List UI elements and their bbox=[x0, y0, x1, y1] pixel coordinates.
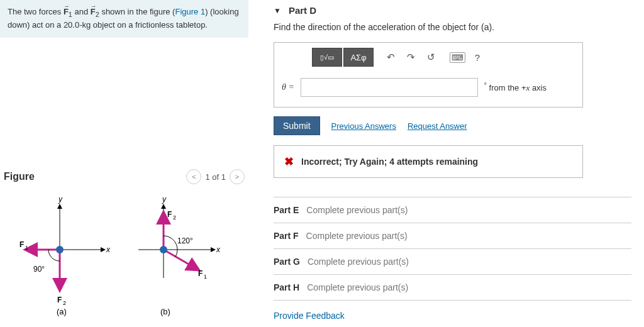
svg-text:F: F bbox=[19, 240, 24, 249]
svg-text:2: 2 bbox=[63, 300, 66, 306]
answer-units: ° from the +x axis bbox=[484, 82, 547, 93]
problem-statement: The two forces F1 and F2 shown in the fi… bbox=[0, 0, 248, 38]
incorrect-icon: ✖ bbox=[284, 155, 294, 169]
svg-text:90°: 90° bbox=[33, 265, 45, 274]
part-e-row[interactable]: Part E Complete previous part(s) bbox=[274, 197, 631, 223]
svg-text:F: F bbox=[57, 296, 62, 304]
svg-text:(a): (a) bbox=[57, 307, 67, 316]
templates-button[interactable]: ▯√▭ bbox=[312, 48, 342, 67]
part-d-title: Part D bbox=[289, 5, 316, 16]
figure-prev-button[interactable]: < bbox=[186, 169, 201, 184]
reset-button[interactable]: ↺ bbox=[421, 48, 440, 67]
svg-text:y: y bbox=[162, 195, 167, 204]
vector-f1: F bbox=[64, 6, 69, 18]
svg-point-11 bbox=[56, 246, 64, 253]
svg-text:x: x bbox=[106, 245, 111, 254]
submit-button[interactable]: Submit bbox=[274, 116, 320, 135]
figure-diagram: x y F 1 F 2 90° (a) x y bbox=[0, 187, 248, 321]
previous-answers-link[interactable]: Previous Answers bbox=[331, 121, 396, 131]
answer-input[interactable] bbox=[301, 78, 478, 97]
svg-text:1: 1 bbox=[204, 274, 207, 280]
vector-f2: F bbox=[91, 6, 96, 18]
svg-text:F: F bbox=[198, 269, 203, 278]
svg-text:1: 1 bbox=[25, 245, 28, 251]
svg-text:y: y bbox=[58, 195, 63, 204]
part-d-header[interactable]: ▼ Part D bbox=[274, 5, 631, 16]
svg-text:x: x bbox=[216, 245, 221, 254]
help-button[interactable]: ? bbox=[468, 48, 487, 67]
figure-next-button[interactable]: > bbox=[230, 169, 245, 184]
figure-pager: < 1 of 1 > bbox=[186, 169, 245, 184]
feedback-box: ✖ Incorrect; Try Again; 4 attempts remai… bbox=[274, 145, 583, 178]
figure-title: Figure bbox=[4, 171, 35, 182]
provide-feedback-link[interactable]: Provide Feedback bbox=[274, 311, 631, 321]
feedback-text: Incorrect; Try Again; 4 attempts remaini… bbox=[301, 157, 478, 167]
answer-box: ▯√▭ ΑΣφ ↶ ↷ ↺ ⌨ ? θ = ° from the +x axis bbox=[274, 42, 583, 108]
svg-point-24 bbox=[160, 246, 167, 253]
figure-page-count: 1 of 1 bbox=[205, 172, 226, 182]
svg-text:(b): (b) bbox=[160, 307, 170, 316]
keyboard-button[interactable]: ⌨ bbox=[448, 48, 467, 67]
request-answer-link[interactable]: Request Answer bbox=[408, 121, 467, 131]
theta-label: θ = bbox=[282, 82, 294, 92]
collapse-caret-icon: ▼ bbox=[274, 6, 281, 15]
svg-line-20 bbox=[164, 250, 196, 269]
svg-text:2: 2 bbox=[173, 214, 176, 221]
problem-text-pre: The two forces bbox=[8, 7, 64, 16]
figure-link[interactable]: Figure 1 bbox=[175, 7, 205, 16]
svg-text:120°: 120° bbox=[177, 236, 193, 245]
redo-button[interactable]: ↷ bbox=[401, 48, 420, 67]
answer-toolbar: ▯√▭ ΑΣφ ↶ ↷ ↺ ⌨ ? bbox=[274, 43, 582, 72]
part-f-row[interactable]: Part F Complete previous part(s) bbox=[274, 223, 631, 248]
part-d-prompt: Find the direction of the acceleration o… bbox=[274, 22, 631, 32]
svg-text:F: F bbox=[167, 210, 172, 219]
part-h-row[interactable]: Part H Complete previous part(s) bbox=[274, 274, 631, 301]
part-g-row[interactable]: Part G Complete previous part(s) bbox=[274, 248, 631, 274]
undo-button[interactable]: ↶ bbox=[381, 48, 400, 67]
greek-button[interactable]: ΑΣφ bbox=[343, 48, 374, 67]
